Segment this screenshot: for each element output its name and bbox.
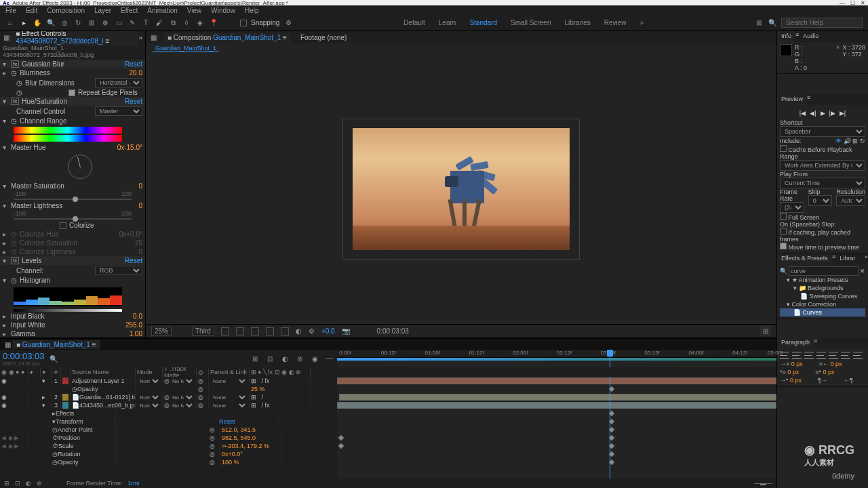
composition-tab[interactable]: ■ Composition Guardian_MainShot_1 ≡ [163,33,291,43]
if-caching-checkbox[interactable] [780,228,787,235]
reset-button[interactable]: Reset [125,98,142,105]
gear-icon[interactable]: ⚙ [309,327,315,335]
effect-gaussian-blur[interactable]: Gaussian Blur [22,60,122,68]
menu-help[interactable]: Help [245,7,259,14]
menu-file[interactable]: File [5,7,16,14]
stopwatch-icon[interactable]: ◷ [16,79,22,87]
workspace-default[interactable]: Default [403,19,425,26]
master-hue-value[interactable]: 0x-15.0° [117,144,142,151]
selection-tool-icon[interactable]: ▸ [19,18,28,28]
stopwatch-icon[interactable]: ◷ [16,89,22,96]
project-panel-icon[interactable]: ▦ [3,33,10,42]
loop-icon[interactable]: ↻ [860,138,865,144]
snapping-checkbox[interactable] [240,20,247,26]
justify-right-icon[interactable] [841,352,850,359]
exposure-value[interactable]: +0.0 [321,327,335,335]
timeline-tracks[interactable] [337,377,776,479]
colorize-checkbox[interactable] [60,222,66,229]
stopwatch-icon[interactable]: ◷ [11,69,17,77]
tree-anim-presets[interactable]: ▾ ★ Animation Presets [780,276,865,284]
camera-tool-icon[interactable]: ⊞ [87,18,96,28]
brush-tool-icon[interactable]: 🖌 [155,18,164,28]
channel-select[interactable]: RGB [95,266,142,275]
tree-curves[interactable]: 📄 Curves [780,308,865,317]
twirl-icon[interactable]: ▾ [3,257,8,264]
effects-presets-tab[interactable]: Effects & Presets [777,253,832,264]
libraries-tab[interactable]: Librar [835,253,859,264]
align-left-icon[interactable] [780,352,789,359]
reset-button[interactable]: Reset [125,60,142,68]
region-icon[interactable] [251,327,259,336]
include-video-icon[interactable]: 👁 [835,138,842,144]
clone-tool-icon[interactable]: ⧉ [168,18,178,28]
maximize-button[interactable]: ☐ [850,0,855,6]
menu-composition[interactable]: Composition [47,7,85,14]
pan-behind-tool-icon[interactable]: ⊕ [100,18,110,28]
first-line-indent[interactable]: 0 px [790,377,802,384]
workspace-libraries[interactable]: Libraries [564,19,590,26]
full-screen-checkbox[interactable] [780,213,787,220]
toggle-in-out-icon[interactable]: ◐ [26,480,31,487]
menu-layer[interactable]: Layer [94,7,111,14]
property-row[interactable]: ▾ Transform Reset [0,418,337,426]
twirl-icon[interactable]: ▸ [3,330,8,338]
composition-viewer[interactable] [146,54,776,324]
effect-controls-tab[interactable]: ■ Effect Controls 43434508072_572dddec08… [10,31,138,46]
tree-sweeping-curves[interactable]: 📄 Sweeping Curves [780,292,865,300]
master-sat-value[interactable]: 0 [138,182,142,190]
effect-levels[interactable]: Levels [22,257,122,264]
panel-overflow-icon[interactable]: » [138,34,142,41]
text-dir-ltr-icon[interactable]: ¶→ [818,377,827,384]
align-center-icon[interactable] [792,352,802,359]
stopwatch-icon[interactable]: ◷ [11,277,17,284]
workspace-standard[interactable]: Standard [469,19,497,26]
clear-search-icon[interactable]: ✕ [860,268,865,274]
minimize-button[interactable]: — [840,0,845,6]
rotate-tool-icon[interactable]: ↻ [73,18,83,28]
hand-tool-icon[interactable]: ✋ [33,18,42,28]
menu-animation[interactable]: Animation [147,7,177,14]
info-tab[interactable]: Info [777,31,795,42]
space-after[interactable]: 0 px [823,369,835,375]
input-black-value[interactable]: 0.0 [133,312,142,320]
tree-backgrounds[interactable]: ▾ 📁 Backgrounds [780,284,865,292]
workspace-smallscreen[interactable]: Small Screen [511,19,551,26]
indent-left[interactable]: 0 px [791,361,803,367]
skip-select[interactable]: 0 [808,195,833,206]
effects-search-input[interactable] [789,266,859,276]
workspace-learn[interactable]: Learn [439,19,456,26]
property-row[interactable]: ◀ ◆ ▶ ⏱ Scale ◎ ∞ -203.4, 179.2 % [0,442,337,450]
resolution-select[interactable]: Auto [836,195,865,206]
menu-edit[interactable]: Edit [26,7,37,14]
shy-icon[interactable]: ◐ [280,354,290,363]
include-overlay-icon[interactable]: ⊞ [852,138,858,144]
gamma-value[interactable]: 1.00 [130,330,142,338]
input-white-value[interactable]: 255.0 [125,321,142,329]
orbit-tool-icon[interactable]: ◎ [60,18,69,28]
layer-row[interactable]: ◉ ▾ 3 📄 4343450...ec08_b.jpg Norr ◎ No N… [0,401,337,409]
prev-frame-button[interactable]: ◀| [810,110,816,117]
menu-effect[interactable]: Effect [121,7,138,14]
justify-all-icon[interactable] [853,352,863,359]
playhead[interactable] [610,350,610,367]
property-row[interactable]: ▸ Effects [0,409,337,418]
repeat-edge-checkbox[interactable] [68,89,75,96]
preview-tab[interactable]: Preview [777,94,807,105]
draft3d-icon[interactable]: ⊡ [265,354,275,363]
twirl-icon[interactable]: ▾ [3,98,8,105]
twirl-icon[interactable]: ▸ [3,312,8,320]
overflow-icon[interactable]: » [865,253,868,264]
grid-overlay-icon[interactable] [266,327,274,336]
fx-badge[interactable]: fx [11,98,19,105]
zoom-tool-icon[interactable]: 🔍 [46,18,56,28]
layer-row[interactable]: ◉ ▾ 1 Adjustment Layer 1 Norr ◎ No N ◎ N… [0,377,337,385]
guides-icon[interactable] [281,327,289,336]
graph-editor-icon[interactable]: 〰 [325,354,334,363]
audio-tab[interactable]: Audio [799,31,823,42]
menu-view[interactable]: View [187,7,202,14]
property-row[interactable]: ◷ Opacity ◎ 100 % [0,458,337,466]
blur-dimensions-select[interactable]: Horizontal and Vert [95,78,142,87]
play-from-select[interactable]: Current Time [780,178,865,188]
light-slider[interactable] [14,218,132,220]
include-audio-icon[interactable]: 🔊 [844,138,851,144]
